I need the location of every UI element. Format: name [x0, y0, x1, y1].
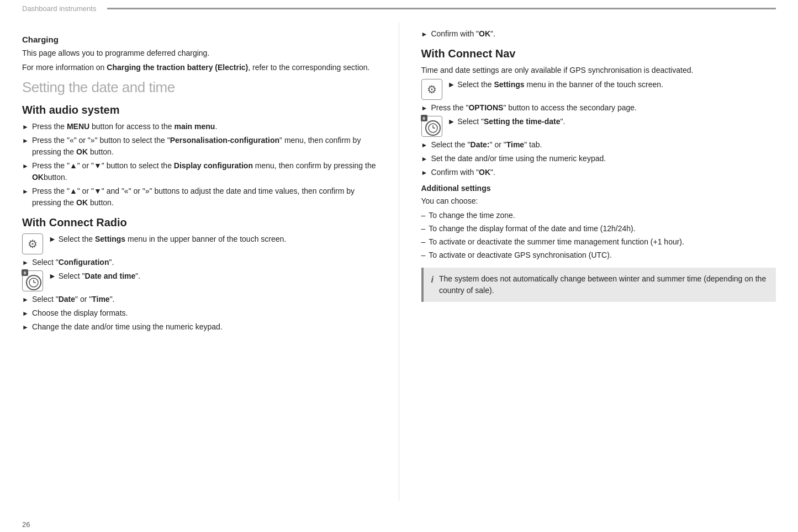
page-container: Dashboard instruments Charging This page… [0, 0, 798, 532]
right-confirm-ok-text: Confirm with "OK". [431, 28, 776, 40]
nav-clock-icon-box: 8 [421, 116, 442, 137]
with-connect-radio-heading: With Connect Radio [22, 216, 377, 229]
dash-1: – [421, 210, 426, 221]
audio-bullet-1-text: Press the MENU button for access to the … [32, 121, 377, 132]
left-column: Charging This page allows you to program… [0, 23, 399, 501]
nav-gear-icon-box: ⚙ [421, 79, 442, 100]
nav-clock-text: ► Select "Setting the time-date". [448, 116, 776, 127]
top-bar-line [107, 8, 776, 9]
nav-bullet-arrow-confirm-ok: ► [421, 168, 428, 178]
dash-text-3: To activate or deactivate the summer tim… [429, 236, 684, 248]
radio-bullet-date: ► Select "Date" or "Time". [22, 294, 377, 305]
nav-clock-circle [425, 120, 441, 136]
charging-para2-suffix: , refer to the corresponding section. [248, 63, 369, 72]
dash-line-4: – To activate or deactivate GPS synchron… [421, 249, 776, 261]
nav-bullet-confirm-ok: ► Confirm with "OK". [421, 167, 776, 178]
audio-bullet-4-text: Press the "▲" or "▼" and "«" or "»" butt… [32, 185, 377, 209]
radio-config-text: Select "Configuration". [32, 257, 377, 268]
radio-icon-row-gear: ⚙ ► Select the Settings menu in the uppe… [22, 233, 377, 254]
with-connect-radio-section: With Connect Radio ⚙ ► Select the Settin… [22, 216, 377, 333]
with-audio-section: With audio system ► Press the MENU butto… [22, 104, 377, 209]
right-confirm-ok-top: ► Confirm with "OK". [421, 28, 776, 40]
dash-line-3: – To activate or deactivate the summer t… [421, 236, 776, 248]
charging-para2-prefix: For more information on [22, 63, 107, 72]
nav-bullet-set-date: ► Set the date and/or time using the num… [421, 153, 776, 164]
setting-date-time-heading: Setting the date and time [22, 79, 377, 96]
nav-options-text: Press the "OPTIONS" button to access the… [431, 102, 776, 114]
dash-text-4: To activate or deactivate GPS synchronis… [429, 249, 611, 261]
clock-icon-box: 8 [22, 270, 43, 291]
nav-icon-row-gear: ⚙ ► Select the Settings menu in the bann… [421, 79, 776, 100]
radio-bullet-change: ► Change the date and/or time using the … [22, 321, 377, 333]
nav-clock-icon: 8 [422, 116, 442, 137]
additional-settings-heading: Additional settings [421, 184, 776, 193]
radio-display-text: Choose the display formats. [32, 307, 377, 319]
nav-confirm-ok-text: Confirm with "OK". [431, 167, 776, 178]
with-connect-nav-section: With Connect Nav Time and date settings … [421, 47, 776, 302]
nav-gear-icon: ⚙ [427, 83, 437, 96]
dash-4: – [421, 249, 426, 261]
with-connect-nav-intro: Time and date settings are only availabl… [421, 65, 776, 76]
clock-circle [26, 275, 41, 290]
nav-gear-text: ► Select the Settings menu in the banner… [448, 79, 776, 91]
additional-settings-section: Additional settings You can choose: – To… [421, 184, 776, 302]
charging-para2: For more information on Charging the tra… [22, 62, 377, 73]
bullet-arrow-1: ► [22, 122, 29, 132]
bullet-arrow-change: ► [22, 322, 29, 332]
info-box: i The system does not automatically chan… [421, 268, 776, 302]
dash-line-2: – To change the display format of the da… [421, 223, 776, 235]
clock-badge: 8 [22, 269, 28, 276]
nav-set-date-text: Set the date and/or time using the numer… [431, 153, 776, 164]
clock-svg [29, 278, 39, 288]
dash-line-1: – To change the time zone. [421, 210, 776, 221]
right-bullet-arrow-ok: ► [421, 29, 428, 39]
audio-bullet-4: ► Press the "▲" or "▼" and "«" or "»" bu… [22, 185, 377, 209]
right-column: ► Confirm with "OK". With Connect Nav Ti… [399, 23, 799, 501]
nav-bullet-date-tab: ► Select the "Date:" or "Time" tab. [421, 139, 776, 151]
bullet-arrow-3: ► [22, 161, 29, 171]
audio-bullet-3-text: Press the "▲" or "▼" button to select th… [32, 160, 377, 183]
radio-bullet-config: ► Select "Configuration". [22, 257, 377, 268]
bullet-arrow-4: ► [22, 187, 29, 196]
nav-bullet-arrow-set-date: ► [421, 154, 428, 164]
with-audio-heading: With audio system [22, 104, 377, 116]
top-bar: Dashboard instruments [0, 0, 798, 17]
content-area: Charging This page allows you to program… [0, 17, 798, 517]
nav-bullet-options: ► Press the "OPTIONS" button to access t… [421, 102, 776, 114]
info-box-text: The system does not automatically change… [439, 273, 768, 296]
page-number: 26 [0, 517, 798, 532]
radio-date-text: Select "Date" or "Time". [32, 294, 377, 305]
audio-bullet-2-text: Press the "«" or "»" button to select th… [32, 135, 377, 158]
info-icon: i [431, 273, 434, 286]
nav-bullet-arrow-date-tab: ► [421, 140, 428, 150]
dash-text-1: To change the time zone. [429, 210, 515, 221]
charging-para1: This page allows you to programme deferr… [22, 47, 377, 59]
gear-icon-box: ⚙ [22, 233, 43, 254]
radio-bullet-display: ► Choose the display formats. [22, 307, 377, 319]
nav-icon-row-clock: 8 ► Select "Setting the time-dat [421, 116, 776, 137]
clock-icon: 8 [23, 270, 43, 291]
bullet-arrow-config: ► [22, 258, 29, 268]
gear-icon: ⚙ [28, 237, 38, 251]
audio-bullet-1: ► Press the MENU button for access to th… [22, 121, 377, 132]
radio-change-text: Change the date and/or time using the nu… [32, 321, 377, 333]
nav-date-tab-text: Select the "Date:" or "Time" tab. [431, 139, 776, 151]
nav-bullet-arrow-options: ► [421, 103, 428, 113]
with-connect-nav-heading: With Connect Nav [421, 47, 776, 60]
dash-text-2: To change the display format of the date… [429, 223, 635, 235]
charging-para2-bold: Charging the traction battery (Electric) [107, 63, 248, 72]
dash-3: – [421, 236, 426, 248]
dash-2: – [421, 223, 426, 235]
bullet-arrow-date: ► [22, 295, 29, 305]
charging-heading: Charging [22, 35, 377, 44]
audio-bullet-3: ► Press the "▲" or "▼" button to select … [22, 160, 377, 183]
nav-clock-svg [428, 123, 438, 133]
breadcrumb: Dashboard instruments [22, 4, 96, 13]
bullet-arrow-2: ► [22, 136, 29, 146]
charging-section: Charging This page allows you to program… [22, 35, 377, 73]
bullet-arrow-display: ► [22, 308, 29, 318]
nav-clock-badge: 8 [421, 115, 427, 121]
radio-clock-text: ► Select "Date and time". [49, 270, 377, 282]
radio-gear-text: ► Select the Settings menu in the upper … [49, 233, 377, 245]
audio-bullet-2: ► Press the "«" or "»" button to select … [22, 135, 377, 158]
